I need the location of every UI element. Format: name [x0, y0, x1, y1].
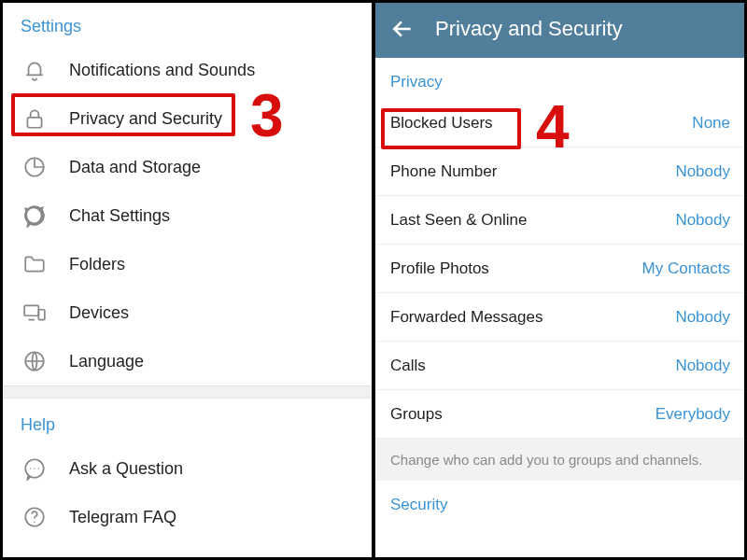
- privacy-item-label: Last Seen & Online: [390, 211, 527, 230]
- settings-item-chat[interactable]: Chat Settings: [0, 191, 374, 240]
- privacy-item-label: Blocked Users: [390, 114, 493, 133]
- help-item-ask[interactable]: Ask a Question: [0, 444, 374, 493]
- privacy-item-profile-photos[interactable]: Profile Photos My Contacts: [374, 245, 747, 293]
- privacy-item-blocked-users[interactable]: Blocked Users None: [374, 99, 747, 147]
- privacy-hint: Change who can add you to groups and cha…: [374, 439, 747, 481]
- privacy-item-label: Calls: [390, 357, 426, 375]
- privacy-item-value: Nobody: [675, 308, 730, 327]
- privacy-item-value: Everybody: [655, 405, 730, 424]
- svg-rect-4: [24, 305, 38, 315]
- bell-icon: [21, 56, 49, 84]
- privacy-item-label: Forwarded Messages: [390, 308, 543, 327]
- privacy-item-groups[interactable]: Groups Everybody: [374, 390, 747, 439]
- privacy-item-value: Nobody: [675, 357, 730, 375]
- privacy-item-forwarded[interactable]: Forwarded Messages Nobody: [374, 293, 747, 342]
- settings-item-data-storage[interactable]: Data and Storage: [0, 143, 374, 191]
- pie-chart-icon: [21, 153, 49, 181]
- settings-item-devices[interactable]: Devices: [0, 288, 374, 337]
- settings-section-title: Settings: [0, 0, 374, 46]
- privacy-item-label: Profile Photos: [390, 259, 489, 278]
- help-item-label: Telegram FAQ: [69, 508, 176, 527]
- privacy-item-value: My Contacts: [642, 259, 730, 278]
- svg-point-8: [30, 468, 31, 469]
- settings-item-label: Data and Storage: [69, 158, 201, 177]
- appbar-title: Privacy and Security: [435, 17, 623, 41]
- privacy-item-last-seen[interactable]: Last Seen & Online Nobody: [374, 196, 747, 245]
- chat-dots-icon: [21, 455, 49, 483]
- devices-icon: [21, 299, 49, 327]
- section-divider: [0, 385, 374, 399]
- help-item-faq[interactable]: Telegram FAQ: [0, 493, 374, 541]
- privacy-item-label: Groups: [390, 405, 443, 424]
- svg-rect-5: [38, 310, 45, 320]
- chat-bubble-icon: [21, 202, 49, 230]
- privacy-item-phone-number[interactable]: Phone Number Nobody: [374, 147, 747, 196]
- settings-item-notifications[interactable]: Notifications and Sounds: [0, 46, 374, 94]
- question-circle-icon: [21, 503, 49, 531]
- appbar: Privacy and Security: [374, 0, 747, 58]
- privacy-item-value: Nobody: [675, 162, 730, 181]
- folder-icon: [21, 250, 49, 278]
- lock-icon: [21, 105, 49, 133]
- settings-item-label: Language: [69, 352, 144, 371]
- privacy-item-value: None: [692, 114, 730, 133]
- globe-icon: [21, 347, 49, 375]
- privacy-section-title: Privacy: [374, 58, 747, 99]
- svg-point-9: [34, 468, 35, 469]
- settings-item-label: Folders: [69, 255, 125, 274]
- privacy-item-calls[interactable]: Calls Nobody: [374, 342, 747, 390]
- settings-item-label: Devices: [69, 303, 129, 323]
- settings-item-label: Privacy and Security: [69, 109, 222, 129]
- security-section-title: Security: [374, 481, 747, 522]
- settings-item-label: Notifications and Sounds: [69, 61, 255, 80]
- settings-item-privacy[interactable]: Privacy and Security: [0, 94, 374, 143]
- help-item-label: Ask a Question: [69, 459, 183, 479]
- privacy-item-label: Phone Number: [390, 162, 497, 181]
- settings-item-language[interactable]: Language: [0, 337, 374, 385]
- svg-point-12: [34, 522, 35, 524]
- svg-rect-0: [27, 118, 41, 128]
- settings-item-folders[interactable]: Folders: [0, 240, 374, 288]
- pane-divider: [372, 0, 375, 560]
- svg-point-10: [38, 468, 39, 469]
- privacy-item-value: Nobody: [675, 211, 730, 230]
- back-button[interactable]: [387, 13, 418, 45]
- help-section-title: Help: [0, 399, 374, 444]
- settings-item-label: Chat Settings: [69, 206, 170, 226]
